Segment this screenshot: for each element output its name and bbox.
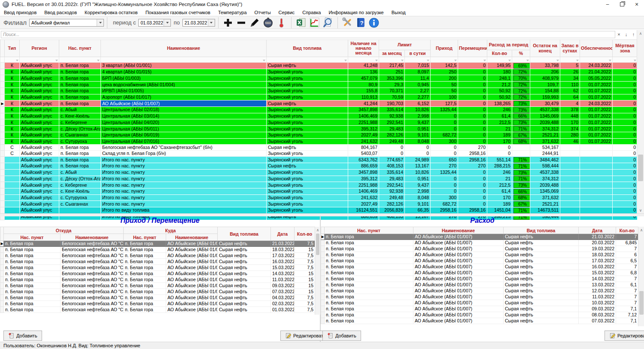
col-header-move[interactable]: Перемещение — [458, 40, 487, 57]
table-row[interactable]: п. Белая гораАО Абыйское (АБЫ 01/007)Сыр… — [321, 252, 638, 258]
filial-select[interactable]: Абыйский филиал — [29, 19, 104, 27]
scroll-up-icon[interactable]: ∧ — [638, 227, 644, 233]
chevron-down-icon[interactable] — [208, 19, 215, 26]
search-document-icon[interactable] — [322, 17, 334, 29]
col-header-fuel[interactable]: Вид топлива — [267, 40, 348, 57]
col-header-days[interactable]: Запас в сутках — [560, 40, 580, 57]
main-table-row[interactable]: Абыйский улусп. Белая гораИтого по нас. … — [0, 163, 638, 170]
col-header-to-name[interactable]: Наименование — [166, 234, 218, 241]
income-add-button[interactable]: Добавить — [3, 331, 42, 341]
menu-item[interactable]: Выход — [388, 9, 410, 16]
help-icon[interactable]: ? — [355, 17, 367, 29]
table-row[interactable]: п. Белая гораБелогоская нефтебаза АО "Са… — [0, 277, 315, 283]
col-header-start[interactable]: Наличие на начало месяца — [348, 40, 379, 57]
gas-meter-icon[interactable] — [262, 17, 274, 29]
col-header-qty[interactable]: Кол-во — [616, 227, 638, 234]
col-header-security[interactable]: Обеспеченность — [580, 40, 613, 57]
column-filter[interactable] — [431, 57, 458, 63]
expense-add-button[interactable]: Добавить — [322, 331, 361, 341]
main-table-row[interactable]: Абыйский улусс. КебергенеИтого по нас. п… — [0, 182, 638, 188]
main-table-row[interactable]: КАбыйский улусп. Белая гораИРВП (АБЫ 01/… — [0, 88, 638, 94]
remove-icon[interactable] — [235, 17, 248, 29]
main-table-row[interactable]: КАбыйский улусс. СыаганнахЦентральная (А… — [0, 132, 638, 138]
col-header-to-settlement[interactable]: Нас. пункт — [124, 234, 166, 241]
col-header-region[interactable]: Регион — [20, 40, 59, 57]
scrollbar-thumb[interactable] — [316, 234, 319, 255]
col-header-from-name[interactable]: Наименование — [61, 234, 124, 241]
col-header-date[interactable]: Дата — [271, 227, 295, 241]
table-row[interactable]: п. Белая гораБелогоская нефтебаза АО "Са… — [0, 289, 315, 295]
column-filter[interactable] — [405, 57, 431, 63]
scroll-down-icon[interactable]: ∨ — [637, 207, 644, 213]
col-header-fuel[interactable]: Вид топлива — [218, 227, 271, 241]
col-header-expense-group[interactable]: Расход за период — [487, 40, 530, 50]
chevron-down-icon[interactable] — [164, 19, 170, 26]
main-table-row[interactable]: КАбыйский улусп. Белая гораАэропорт (АБЫ… — [0, 94, 638, 100]
scrollbar-thumb[interactable] — [638, 155, 643, 181]
col-header-from[interactable]: Откуда — [4, 227, 124, 234]
main-table-row[interactable]: Абыйский улусс. СутуруохаИтого по нас. п… — [0, 194, 638, 201]
col-header-type[interactable]: Тип — [5, 40, 20, 57]
column-filter[interactable] — [458, 57, 487, 63]
column-filter[interactable] — [530, 57, 560, 63]
col-header-settlement[interactable]: Нас. пункт — [59, 40, 101, 57]
search-clear-icon[interactable]: × — [615, 31, 623, 38]
main-table-row[interactable]: Абыйский улусс. Кенг-КюёльИтого по нас. … — [0, 188, 638, 194]
table-row[interactable]: п. Белая гораАО Абыйское (АБЫ 01/007)Сыр… — [321, 282, 638, 288]
main-table-row[interactable]: КАбыйский улусп. Белая гора4 квартал (АБ… — [0, 69, 638, 75]
col-header-dead[interactable]: Мёртвая зона — [613, 40, 638, 57]
table-row[interactable]: п. Белая гораАО Абыйское (АБЫ 01/007)Сыр… — [321, 240, 638, 246]
main-table-row[interactable]: Абыйский улусс. СыаганнахИтого по нас. п… — [0, 201, 638, 207]
column-filter[interactable] — [560, 57, 580, 63]
period-to-select[interactable]: 21.03.2022 — [182, 19, 215, 27]
main-table-row[interactable]: КАбыйский улусс. Кенг-КюёльЦентральная (… — [0, 113, 638, 119]
table-row[interactable]: п. Белая гораБелогоская нефтебаза АО "Са… — [0, 259, 315, 265]
table-row[interactable]: п. Белая гораБелогоская нефтебаза АО "Са… — [0, 301, 315, 307]
column-filter[interactable] — [379, 57, 405, 63]
column-filter[interactable] — [512, 57, 530, 63]
scroll-up-icon[interactable]: ∧ — [315, 227, 320, 233]
main-table-row[interactable]: КАбыйский улусс. КебергенеЦентральная (А… — [0, 119, 638, 126]
search-prev-icon[interactable]: ↑ — [630, 31, 637, 38]
edit-icon[interactable] — [249, 17, 261, 29]
menu-item[interactable]: Сервис — [275, 9, 299, 16]
scroll-up-icon[interactable]: ∧ — [637, 30, 644, 36]
col-header-limit-month[interactable]: за месяц — [379, 50, 405, 57]
menu-item[interactable]: Показания газовых счетчиков — [142, 9, 214, 16]
col-header-name[interactable]: Наименование — [413, 227, 504, 234]
main-table-row[interactable]: Абыйский улусИтого по виду топливаЗырянс… — [0, 207, 638, 214]
main-table-row[interactable]: КАбыйский улусп. Белая горацеха водоснаб… — [0, 82, 638, 88]
main-table-row[interactable]: ▶КАбыйский улусп. Белая гораАО Абыйское … — [0, 100, 638, 107]
table-row[interactable]: п. Белая гораАО Абыйское (АБЫ 01/007)Сыр… — [321, 264, 638, 270]
col-header-name[interactable]: Наименование — [101, 40, 267, 57]
table-row[interactable]: п. Белая гораАО Абыйское (АБЫ 01/007)Сыр… — [321, 270, 638, 276]
column-filter[interactable] — [101, 57, 267, 63]
table-row[interactable]: п. Белая гораАО Абыйское (АБЫ 01/007)Сыр… — [321, 246, 638, 252]
main-table-row[interactable]: Абыйский улусс. Дёску (Оттох-Атах)Итого … — [0, 176, 638, 182]
table-row[interactable]: п. Белая гораАО Абыйское (АБЫ 01/007)Сыр… — [321, 312, 638, 318]
main-table-row[interactable]: САбыйский улусп. Белая гораСклад угля п.… — [0, 151, 638, 157]
menu-item[interactable]: Ввод приходов — [0, 9, 40, 16]
column-filter[interactable] — [20, 57, 59, 63]
column-filter[interactable] — [487, 57, 512, 63]
tools-icon[interactable] — [341, 17, 354, 29]
temperature-icon[interactable] — [275, 17, 288, 29]
close-icon[interactable]: × — [629, 0, 644, 9]
col-header-date[interactable]: Дата — [579, 227, 616, 234]
main-table-row[interactable]: САбыйский улусп. Белая гораБелогоская не… — [0, 145, 638, 151]
col-header-to[interactable]: Куда — [124, 227, 218, 234]
main-table-row[interactable]: КАбыйский улусс. Дёску (Оттох-Атах)Центр… — [0, 126, 638, 132]
column-filter[interactable] — [5, 57, 20, 63]
col-header-expense-pct[interactable]: % — [512, 50, 530, 57]
table-row[interactable]: п. Белая гораБелогоская нефтебаза АО "Са… — [0, 271, 315, 277]
main-table-row[interactable]: КАбыйский улусп. Белая гора3 квартал (АБ… — [0, 63, 638, 69]
table-row[interactable]: ▶п. Белая гораБелогоская нефтебаза АО "С… — [0, 241, 315, 247]
menu-item[interactable]: Отчеты — [251, 9, 275, 16]
col-header-fuel[interactable]: Вид топлива — [504, 227, 579, 234]
col-header-income[interactable]: Приход — [431, 40, 458, 57]
chevron-down-icon[interactable] — [97, 19, 103, 26]
menu-item[interactable]: Ввод расходов — [40, 9, 81, 16]
table-row[interactable]: п. Белая гораАО Абыйское (АБЫ 01/007)Сыр… — [321, 306, 638, 312]
col-header-limit-day[interactable]: в сутки — [405, 50, 431, 57]
table-row[interactable]: п. Белая гораАО Абыйское (АБЫ 01/007)Сыр… — [321, 318, 638, 324]
